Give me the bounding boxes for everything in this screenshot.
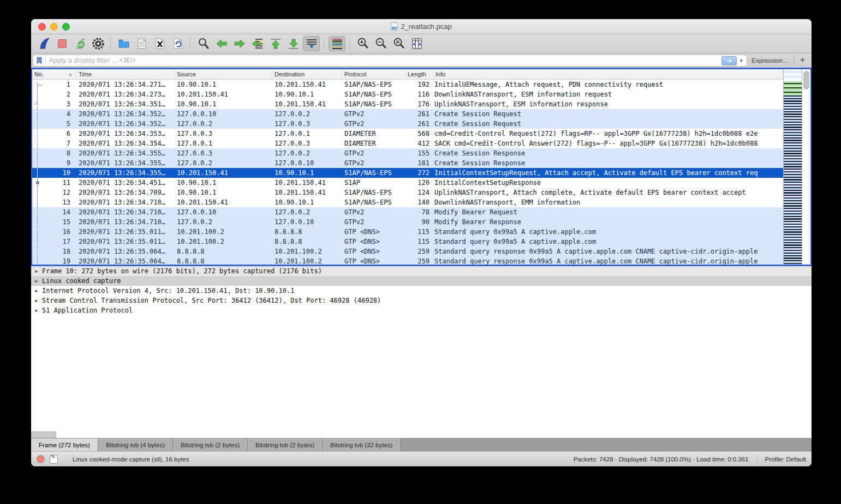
find-packet-button[interactable]: [195, 36, 212, 51]
packet-row[interactable]: 8 2020/071 13:26:34.355… 127.0.0.3 127.0…: [32, 148, 783, 158]
conversation-mark: [37, 148, 44, 158]
detail-row[interactable]: ▶ Frame 10: 272 bytes on wire (2176 bits…: [31, 266, 812, 276]
column-header-source[interactable]: Source: [175, 69, 272, 79]
open-file-button[interactable]: [115, 36, 132, 51]
packet-row[interactable]: 3 2020/071 13:26:34.351… 10.90.10.1 10.2…: [32, 99, 783, 109]
packet-row[interactable]: 12 2020/071 13:26:34.709… 10.90.10.1 10.…: [32, 188, 783, 197]
title-bar[interactable]: 010 2_reattach.pcap: [31, 19, 812, 34]
previous-packet-button[interactable]: [213, 36, 230, 51]
byte-view-tab[interactable]: Bitstring tvb (2 bytes): [248, 439, 323, 451]
packet-row[interactable]: 6 2020/071 13:26:34.353… 127.0.0.3 127.0…: [32, 129, 783, 139]
packet-row[interactable]: 18 2020/071 13:26:35.064… 8.8.8.8 10.201…: [32, 247, 783, 256]
apply-filter-button[interactable]: ➔: [721, 56, 737, 65]
resize-columns-button[interactable]: [408, 36, 425, 51]
traffic-lights: [38, 23, 70, 31]
capture-comment-icon[interactable]: [50, 455, 58, 464]
packet-row[interactable]: 9 2020/071 13:26:34.355… 127.0.0.2 127.0…: [32, 158, 783, 168]
auto-scroll-button[interactable]: [303, 36, 320, 51]
detail-row[interactable]: ▶ S1 Application Protocol: [31, 305, 812, 315]
packet-row[interactable]: 10 2020/071 13:26:34.355… 10.201.150.41 …: [32, 168, 783, 178]
packet-row[interactable]: 11 2020/071 13:26:34.451… 10.90.10.1 10.…: [32, 178, 783, 188]
column-header-time[interactable]: Time: [76, 69, 175, 79]
window-title: 010 2_reattach.pcap: [391, 22, 451, 31]
restart-fin-icon: [74, 37, 87, 50]
expand-triangle-icon[interactable]: ▶: [31, 288, 42, 293]
packet-list-scrollbar[interactable]: [802, 69, 810, 265]
main-toolbar: 0101 0110: [31, 34, 812, 53]
packet-row[interactable]: 2 2020/071 13:26:34.273… 10.201.150.41 1…: [32, 89, 783, 99]
byte-view-tab[interactable]: Bitstring tvb (4 bytes): [98, 439, 173, 451]
expand-triangle-icon[interactable]: ▶: [31, 298, 42, 303]
add-filter-button[interactable]: +: [799, 55, 808, 66]
conversation-mark: [37, 119, 44, 129]
conversation-mark: [37, 109, 44, 119]
resize-columns-icon: [410, 37, 424, 50]
conversation-mark: [37, 82, 44, 89]
colorize-icon: [331, 37, 344, 50]
packet-detail-pane: ▶ Frame 10: 272 bytes on wire (2176 bits…: [31, 266, 812, 438]
conversation-mark: [37, 99, 44, 109]
restart-capture-button[interactable]: [71, 36, 88, 51]
status-bar: Linux cooked-mode capture (sll), 16 byte…: [31, 451, 812, 466]
packet-row[interactable]: 7 2020/071 13:26:34.354… 127.0.0.1 127.0…: [32, 139, 783, 148]
svg-text:010: 010: [392, 27, 397, 29]
svg-text:0110: 0110: [139, 44, 145, 47]
expand-triangle-icon[interactable]: ▶: [31, 278, 42, 284]
packet-row[interactable]: 13 2020/071 13:26:34.710… 10.201.150.41 …: [32, 197, 783, 207]
stop-icon: [56, 37, 69, 50]
goto-packet-button[interactable]: [249, 36, 266, 51]
display-filter-field[interactable]: ➔ ▼: [33, 55, 747, 67]
packet-row[interactable]: 5 2020/071 13:26:34.352… 127.0.0.2 127.0…: [32, 119, 783, 129]
packet-minimap[interactable]: [783, 69, 802, 265]
save-file-button[interactable]: 0101 0110: [133, 36, 150, 51]
profile-text[interactable]: Profile: Default: [765, 456, 806, 463]
filter-separator: [794, 56, 795, 65]
minimize-window-button[interactable]: [50, 23, 58, 31]
byte-view-tab[interactable]: Frame (272 bytes): [31, 439, 98, 451]
close-file-button[interactable]: [151, 36, 168, 51]
byte-view-tab[interactable]: Bitstring tvb (2 bytes): [173, 439, 248, 451]
detail-row[interactable]: ▶ Linux cooked capture: [31, 276, 812, 286]
filter-bookmark-icon[interactable]: [33, 55, 46, 66]
folder-icon: [117, 37, 130, 50]
capture-options-button[interactable]: [90, 36, 106, 51]
display-filter-input[interactable]: [46, 57, 721, 64]
reload-file-button[interactable]: [169, 36, 186, 51]
zoom-out-button[interactable]: [372, 36, 389, 51]
first-packet-button[interactable]: [267, 36, 284, 51]
filter-history-dropdown[interactable]: ▼: [739, 58, 743, 63]
column-header-length[interactable]: Length: [405, 69, 433, 79]
colorize-packets-button[interactable]: [329, 36, 345, 51]
next-packet-button[interactable]: [231, 36, 248, 51]
expand-triangle-icon[interactable]: ▶: [31, 308, 42, 313]
stop-capture-button[interactable]: [53, 36, 70, 51]
scrollbar-thumb[interactable]: [803, 71, 809, 89]
conversation-mark: [37, 139, 44, 148]
expert-info-icon[interactable]: [37, 455, 45, 463]
packet-row[interactable]: 16 2020/071 13:26:35.011… 10.201.100.2 8…: [32, 227, 783, 237]
zoom-window-button[interactable]: [62, 23, 70, 31]
zoom-in-button[interactable]: [354, 36, 371, 51]
packet-row[interactable]: 1 2020/071 13:26:34.271… 10.90.10.1 10.2…: [32, 80, 783, 89]
packet-row[interactable]: 14 2020/071 13:26:34.710… 127.0.0.10 127…: [32, 207, 783, 217]
column-header-protocol[interactable]: Protocol: [342, 69, 405, 79]
conversation-mark: [37, 178, 44, 188]
last-packet-button[interactable]: [285, 36, 302, 51]
column-header-no[interactable]: No. ▲: [32, 69, 76, 79]
column-header-destination[interactable]: Destination: [272, 69, 342, 79]
packet-row[interactable]: 4 2020/071 13:26:34.352… 127.0.0.10 127.…: [32, 109, 783, 119]
detail-row[interactable]: ▶ Internet Protocol Version 4, Src: 10.2…: [31, 286, 812, 296]
zoom-reset-button[interactable]: [390, 36, 407, 51]
window-title-text: 2_reattach.pcap: [401, 22, 451, 31]
close-window-button[interactable]: [38, 23, 46, 31]
start-capture-button[interactable]: [35, 36, 52, 51]
packet-row[interactable]: 17 2020/071 13:26:35.011… 10.201.100.2 8…: [32, 237, 783, 247]
expression-button[interactable]: Expression…: [751, 57, 789, 64]
expand-triangle-icon[interactable]: ▶: [31, 268, 42, 274]
detail-row[interactable]: ▶ Stream Control Transmission Protocol, …: [31, 296, 812, 305]
column-header-info[interactable]: Info: [433, 69, 783, 79]
packet-row[interactable]: 15 2020/071 13:26:34.710… 127.0.0.2 127.…: [32, 217, 783, 227]
packet-row[interactable]: 19 2020/071 13:26:35.064… 8.8.8.8 10.201…: [32, 256, 783, 265]
filter-bar: ➔ ▼ Expression… +: [31, 53, 812, 68]
byte-view-tab[interactable]: Bitstring tvb (32 bytes): [323, 439, 401, 451]
